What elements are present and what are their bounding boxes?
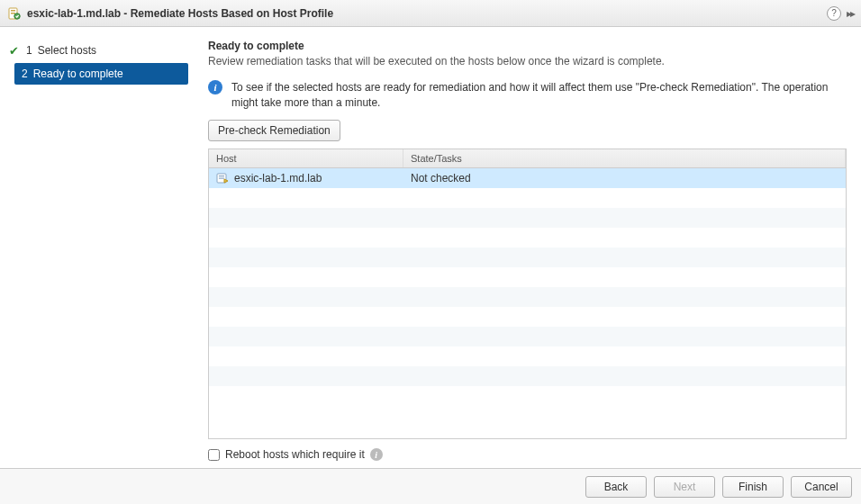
main: ✔ 1 Select hosts 2 Ready to complete Rea… (0, 27, 861, 468)
cell-state: Not checked (403, 172, 846, 184)
wizard-footer: Back Next Finish Cancel (0, 468, 861, 504)
table-row (209, 327, 846, 346)
table-row (209, 287, 846, 307)
info-icon[interactable]: i (370, 448, 383, 461)
table-body: esxic-lab-1.md.lab Not checked (209, 168, 846, 438)
page-subheading: Review remediation tasks that will be ex… (208, 55, 847, 68)
host-profile-icon (7, 6, 22, 21)
wizard-steps: ✔ 1 Select hosts 2 Ready to complete (0, 27, 194, 468)
page-heading: Ready to complete (208, 40, 847, 52)
back-button[interactable]: Back (585, 476, 647, 498)
expand-icon[interactable]: ▸▸ (847, 7, 854, 20)
svg-rect-1 (11, 10, 15, 12)
help-icon[interactable]: ? (827, 6, 841, 21)
svg-rect-6 (219, 177, 224, 178)
table-header: Host State/Tasks (209, 149, 846, 168)
step-select-hosts[interactable]: ✔ 1 Select hosts (0, 40, 194, 61)
reboot-option: Reboot hosts which require it i (208, 448, 847, 461)
svg-marker-7 (224, 179, 228, 183)
cell-host: esxic-lab-1.md.lab (209, 172, 403, 184)
next-button: Next (654, 476, 715, 498)
reboot-label: Reboot hosts which require it (225, 448, 365, 461)
info-text: To see if the selected hosts are ready f… (231, 80, 847, 111)
window-title: esxic-lab-1.md.lab - Remediate Hosts Bas… (27, 7, 827, 20)
table-row (209, 188, 846, 208)
host-name: esxic-lab-1.md.lab (234, 172, 322, 184)
reboot-checkbox[interactable] (208, 449, 220, 461)
wizard-content: Ready to complete Review remediation tas… (194, 27, 861, 468)
titlebar: esxic-lab-1.md.lab - Remediate Hosts Bas… (0, 0, 861, 27)
table-row (209, 228, 846, 248)
check-icon: ✔ (9, 44, 19, 58)
table-row[interactable]: esxic-lab-1.md.lab Not checked (209, 168, 846, 188)
col-host[interactable]: Host (209, 149, 403, 167)
table-row (209, 267, 846, 287)
table-row (209, 248, 846, 267)
svg-rect-5 (219, 176, 224, 176)
table-row (209, 366, 846, 386)
svg-rect-2 (11, 13, 15, 14)
precheck-remediation-button[interactable]: Pre-check Remediation (208, 120, 340, 141)
table-row (209, 208, 846, 228)
col-state[interactable]: State/Tasks (403, 149, 846, 167)
step-label: Select hosts (38, 44, 96, 57)
step-number: 1 (26, 44, 32, 57)
table-row (209, 307, 846, 327)
info-icon: i (208, 80, 222, 94)
hosts-table: Host State/Tasks esxic (208, 148, 847, 439)
table-row (209, 346, 846, 366)
step-label: Ready to complete (33, 68, 123, 80)
info-banner: i To see if the selected hosts are ready… (208, 80, 847, 111)
step-ready-to-complete[interactable]: 2 Ready to complete (14, 63, 188, 85)
step-number: 2 (22, 68, 28, 80)
finish-button[interactable]: Finish (722, 476, 784, 498)
table-row (209, 386, 846, 406)
host-icon (216, 172, 229, 184)
cancel-button[interactable]: Cancel (791, 476, 852, 498)
